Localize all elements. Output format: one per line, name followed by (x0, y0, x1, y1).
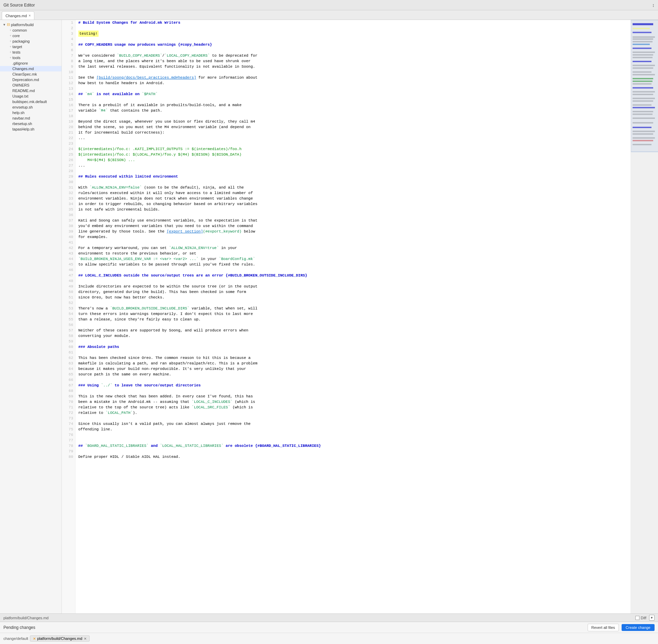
svg-rect-37 (631, 20, 658, 152)
line-num: 25 (62, 152, 75, 157)
line-num: 54 (62, 311, 75, 317)
tab-changes-md[interactable]: Changes.md × (2, 11, 34, 20)
revert-all-button[interactable]: Revert all files (588, 624, 619, 631)
code-line-56 (76, 322, 631, 328)
sidebar-item-tests[interactable]: + tests (0, 49, 61, 55)
code-line-77 (76, 438, 631, 443)
sidebar-item-label: help.sh (12, 111, 24, 115)
code-line-39: line generated by those tools. See the [… (76, 229, 631, 234)
line-num: 3 (62, 31, 75, 36)
scroll-icon: ↕ (652, 2, 655, 8)
line-num: 15 (62, 97, 75, 102)
code-line-75: offending line. (76, 427, 631, 432)
sidebar-item-cleanspec[interactable]: CleanSpec.mk (0, 71, 61, 77)
code-line-40: for examples. (76, 234, 631, 240)
status-left: platform/build/Changes.md (3, 616, 48, 620)
root-folder-icon: ⊟ (7, 22, 10, 27)
code-line-13 (76, 86, 631, 91)
line-num: 80 (62, 454, 75, 460)
sidebar-item-buildspec[interactable]: buildspec.mk.default (0, 99, 61, 104)
line-num: 66 (62, 377, 75, 383)
change-file-name: platform/build/Changes.md (37, 636, 82, 641)
create-change-button[interactable]: Create change (622, 624, 655, 631)
sidebar-item-core[interactable]: + core (0, 33, 61, 38)
code-line-27: ... (76, 163, 631, 168)
line-num: 38 (62, 223, 75, 229)
line-num: 61 (62, 350, 75, 355)
line-num: 4 (62, 36, 75, 42)
code-editor[interactable]: # Build System Changes for Android.mk Wr… (76, 20, 631, 613)
code-line-1: # Build System Changes for Android.mk Wr… (76, 20, 631, 25)
code-line-18 (76, 113, 631, 119)
line-num: 1 (62, 20, 75, 25)
sidebar-item-rbesetup[interactable]: rbesetup.sh (0, 121, 61, 126)
sidebar-item-envsetup[interactable]: envsetup.sh (0, 104, 61, 110)
sidebar-item-label: common (12, 28, 27, 32)
sidebar-item-readme[interactable]: README.md (0, 88, 61, 93)
sidebar-item-target[interactable]: + target (0, 44, 61, 49)
line-num: 78 (62, 443, 75, 449)
code-line-41 (76, 240, 631, 245)
sidebar-item-changes-md[interactable]: Changes.md (0, 66, 61, 71)
status-bar: platform/build/Changes.md Diff ▾ (0, 614, 658, 622)
sidebar-item-label: buildspec.mk.default (12, 100, 47, 104)
line-num: 51 (62, 295, 75, 300)
change-files-bar: change/default ✕ platform/build/Changes.… (0, 633, 658, 644)
code-line-68 (76, 388, 631, 394)
line-num: 53 (62, 306, 75, 311)
tab-close-icon[interactable]: × (29, 14, 31, 18)
code-line-6 (76, 47, 631, 53)
code-line-23 (76, 141, 631, 146)
line-num: 30 (62, 179, 75, 185)
sidebar-item-common[interactable]: + common (0, 27, 61, 33)
title-bar: Git Source Editor ↕ (0, 0, 658, 10)
sidebar-item-navbar[interactable]: navbar.md (0, 115, 61, 121)
line-num: 60 (62, 344, 75, 350)
sidebar-item-packaging[interactable]: + packaging (0, 38, 61, 44)
diff-checkbox[interactable] (635, 616, 639, 620)
change-file-tab[interactable]: ✕ platform/build/Changes.md ✕ (30, 635, 89, 642)
diff-toggle[interactable]: Diff (635, 616, 646, 620)
expand-icon: + (10, 56, 11, 59)
code-line-58: converting your module. (76, 333, 631, 339)
line-num: 36 (62, 212, 75, 218)
sidebar-item-usage[interactable]: Usage.txt (0, 93, 61, 99)
line-num: 44 (62, 256, 75, 262)
code-line-49: Include directories are expected to be w… (76, 284, 631, 289)
close-icon[interactable]: ✕ (84, 637, 87, 641)
code-line-47: ## LOCAL_C_INCLUDES outside the source/o… (76, 273, 631, 278)
code-line-66 (76, 377, 631, 383)
line-num: 2 (62, 25, 75, 31)
code-line-62: This has been checked since Oreo. The co… (76, 355, 631, 361)
code-line-2 (76, 25, 631, 31)
code-line-76 (76, 432, 631, 438)
line-num: 12 (62, 80, 75, 86)
line-num: 11 (62, 75, 75, 80)
line-num: 69 (62, 394, 75, 399)
sidebar-item-owners[interactable]: OWNERS (0, 82, 61, 88)
code-line-55: than a release, since they're fairly eas… (76, 317, 631, 322)
line-num: 17 (62, 108, 75, 113)
line-num: 49 (62, 284, 75, 289)
code-line-65: source path is the same on every machine… (76, 372, 631, 377)
line-num: 79 (62, 449, 75, 454)
sidebar-item-help[interactable]: help.sh (0, 110, 61, 115)
bottom-panel: platform/build/Changes.md Diff ▾ Pending… (0, 613, 658, 644)
sidebar-item-tapashelp[interactable]: tapasHelp.sh (0, 126, 61, 132)
code-line-51: since Oreo, but now has better checks. (76, 295, 631, 300)
code-line-63: makefile is calculating a path, and ran … (76, 361, 631, 366)
sidebar-item-gitignore[interactable]: .gitignore (0, 60, 61, 66)
line-num: 42 (62, 245, 75, 251)
line-num: 24 (62, 146, 75, 152)
line-num: 32 (62, 190, 75, 196)
code-line-17: variable `M4` that contains the path. (76, 108, 631, 113)
sidebar-root[interactable]: ▼ ⊟ platform/build (0, 22, 61, 27)
code-line-37: Kati and Soong can safely use environmen… (76, 218, 631, 223)
sidebar-item-tools[interactable]: + tools (0, 55, 61, 60)
sidebar-item-label: OWNERS (12, 83, 30, 87)
sidebar-item-deprecation[interactable]: Deprecation.md (0, 77, 61, 82)
sidebar-item-label: navbar.md (12, 116, 30, 120)
diff-dropdown[interactable]: ▾ (649, 615, 655, 621)
line-num: 47 (62, 273, 75, 278)
code-line-43: environment to restore the previous beha… (76, 251, 631, 256)
